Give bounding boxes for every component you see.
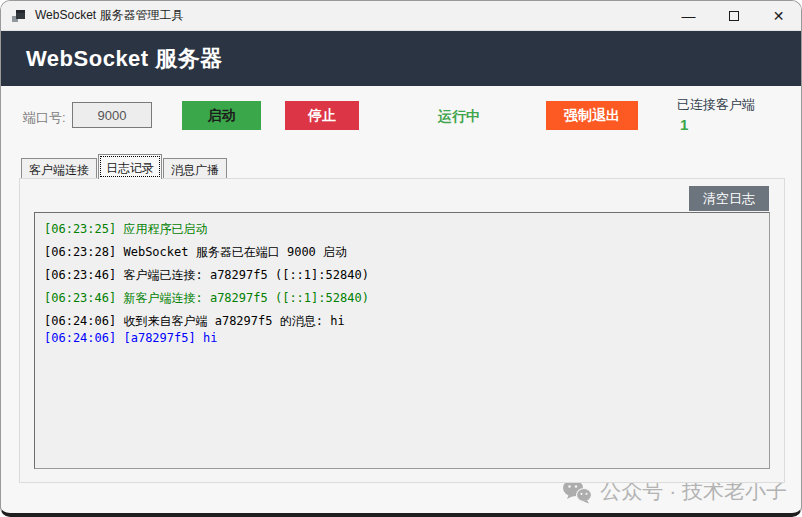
window-title: WebSocket 服务器管理工具 xyxy=(35,7,183,24)
maximize-button[interactable] xyxy=(711,1,756,30)
log-entry: [06:23:46] 新客户端连接: a78297f5 ([::1]:52840… xyxy=(44,290,760,307)
log-tab-panel: 清空日志 [06:23:25] 应用程序已启动 [06:23:28] WebSo… xyxy=(19,178,785,483)
connected-clients-label: 已连接客户端 xyxy=(677,96,755,114)
port-input[interactable] xyxy=(72,102,152,128)
log-entry: [06:24:06] 收到来自客户端 a78297f5 的消息: hi xyxy=(44,313,760,330)
close-button[interactable]: ✕ xyxy=(756,1,801,30)
app-icon xyxy=(11,8,27,24)
app-window: WebSocket 服务器管理工具 — ✕ WebSocket 服务器 端口号:… xyxy=(0,0,802,517)
app-header: WebSocket 服务器 xyxy=(1,31,801,86)
log-output[interactable]: [06:23:25] 应用程序已启动 [06:23:28] WebSocket … xyxy=(34,212,770,469)
port-label: 端口号: xyxy=(23,109,66,127)
connected-clients-count: 1 xyxy=(680,116,688,133)
force-exit-button[interactable]: 强制退出 xyxy=(546,101,638,130)
maximize-icon xyxy=(729,11,739,21)
close-icon: ✕ xyxy=(773,8,785,24)
tab-strip: 客户端连接 日志记录 消息广播 xyxy=(21,156,228,179)
stop-button[interactable]: 停止 xyxy=(285,101,359,130)
tab-log-records[interactable]: 日志记录 xyxy=(98,154,162,179)
log-entry: [06:23:25] 应用程序已启动 xyxy=(44,221,760,238)
minimize-button[interactable]: — xyxy=(666,1,711,30)
app-header-title: WebSocket 服务器 xyxy=(26,44,223,74)
tab-client-connections[interactable]: 客户端连接 xyxy=(21,158,97,179)
clear-log-button[interactable]: 清空日志 xyxy=(689,186,769,211)
start-button[interactable]: 启动 xyxy=(182,101,261,130)
log-entry: [06:24:06] [a78297f5] hi xyxy=(44,330,760,347)
minimize-icon: — xyxy=(682,8,696,24)
tab-message-broadcast[interactable]: 消息广播 xyxy=(163,158,227,179)
server-status-text: 运行中 xyxy=(438,108,480,126)
title-bar: WebSocket 服务器管理工具 — ✕ xyxy=(1,1,801,31)
window-controls: — ✕ xyxy=(666,1,801,30)
log-entry: [06:23:46] 客户端已连接: a78297f5 ([::1]:52840… xyxy=(44,267,760,284)
log-entry: [06:23:28] WebSocket 服务器已在端口 9000 启动 xyxy=(44,244,760,261)
